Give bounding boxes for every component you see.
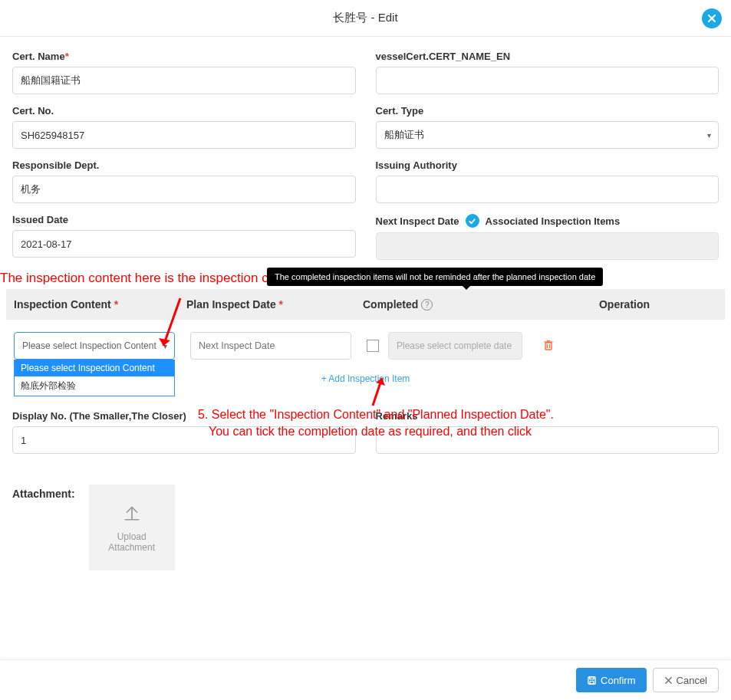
svg-marker-10 [159, 338, 170, 346]
cert-name-label: Cert. Name* [12, 51, 356, 62]
svg-line-9 [163, 298, 180, 346]
completed-tooltip: The completed inspection items will not … [267, 268, 603, 286]
annotation-arrow-2 [367, 372, 390, 409]
inspection-content-select[interactable] [14, 332, 175, 360]
annotation-arrow-1 [157, 295, 183, 352]
svg-rect-2 [545, 343, 552, 350]
attachment-label: Attachment: [12, 488, 75, 500]
upload-attachment-button[interactable]: UploadAttachment [89, 485, 175, 570]
modal-title: 长胜号 - Edit [333, 11, 397, 25]
inspection-content-dropdown: Please select Inspection Content 舱底外部检验 [14, 360, 175, 396]
assoc-check-icon[interactable] [466, 214, 479, 228]
resp-dept-label: Responsible Dept. [12, 159, 356, 171]
completed-checkbox[interactable] [367, 340, 379, 352]
help-icon[interactable]: ? [421, 299, 433, 311]
cert-no-label: Cert. No. [12, 105, 356, 117]
cert-type-select[interactable] [376, 121, 719, 149]
inspection-row: Please select Inspection Content 舱底外部检验 … [6, 329, 725, 363]
cert-no-input[interactable] [12, 121, 356, 149]
dropdown-option-1[interactable]: 舱底外部检验 [15, 376, 174, 396]
close-button[interactable] [702, 8, 722, 28]
annotation-step5: 5. Select the "Inspection Content" and "… [198, 406, 554, 441]
cert-name-input[interactable] [12, 67, 356, 94]
trash-icon [542, 339, 555, 351]
issued-date-input[interactable] [12, 230, 356, 258]
col-plan-inspect-date: Plan Inspect Date * [186, 298, 363, 311]
next-inspect-disabled [376, 232, 719, 260]
cert-name-en-input[interactable] [376, 67, 719, 94]
issued-date-label: Issued Date [12, 214, 356, 225]
close-icon [706, 13, 717, 24]
cert-name-en-label: vesselCert.CERT_NAME_EN [376, 51, 719, 62]
modal-header: 长胜号 - Edit [0, 0, 731, 37]
col-operation: Operation [532, 298, 717, 311]
issuing-auth-input[interactable] [376, 176, 719, 203]
next-inspect-label: Next Inspect Date [376, 215, 459, 227]
cert-type-label: Cert. Type [376, 105, 719, 117]
delete-row-button[interactable] [542, 339, 555, 353]
assoc-items-label: Associated Inspection Items [486, 215, 621, 227]
inspection-table-header: The completed inspection items will not … [6, 289, 725, 320]
upload-icon [122, 502, 142, 522]
plan-inspect-date-input[interactable] [190, 332, 351, 360]
dropdown-option-placeholder[interactable]: Please select Inspection Content [15, 360, 174, 376]
resp-dept-input[interactable] [12, 176, 356, 203]
col-completed: Completed? [363, 298, 532, 311]
complete-date-disabled: Please select complete date [388, 332, 522, 360]
issuing-auth-label: Issuing Authority [376, 159, 719, 171]
